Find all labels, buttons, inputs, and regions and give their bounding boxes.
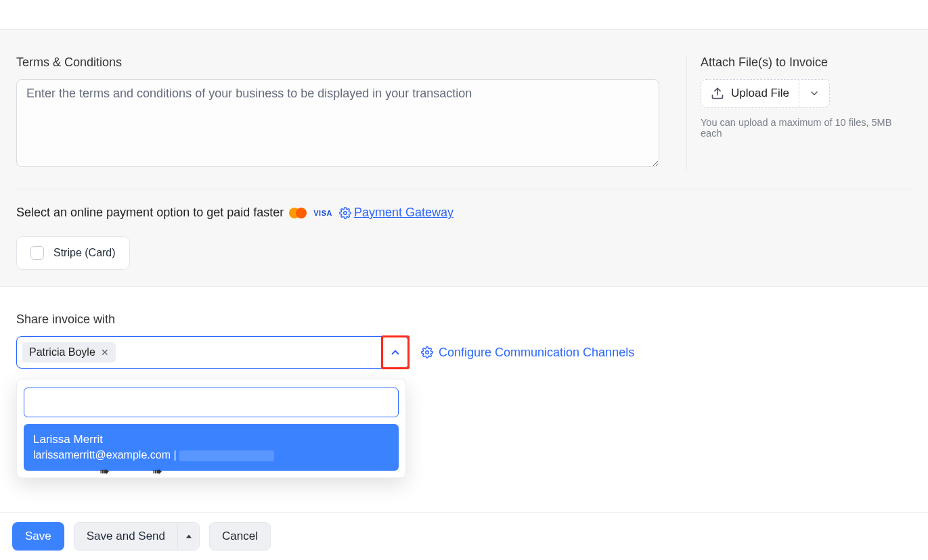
share-dropdown-option[interactable]: Larissa Merrit larissamerritt@example.co… — [24, 424, 399, 471]
section-share: Share invoice with Patricia Boyle ✕ Conf… — [0, 287, 928, 494]
save-and-send-split: Save and Send — [74, 522, 200, 551]
share-chip: Patricia Boyle ✕ — [22, 342, 116, 363]
stripe-checkbox[interactable] — [30, 246, 44, 260]
share-label: Share invoice with — [16, 312, 912, 327]
chip-remove-icon[interactable]: ✕ — [101, 347, 109, 358]
arrow-right-icon: ➠ — [152, 464, 162, 479]
mastercard-icon — [289, 208, 308, 218]
chevron-up-icon — [389, 346, 401, 358]
save-and-send-button[interactable]: Save and Send — [74, 523, 177, 550]
share-dropdown-toggle[interactable] — [381, 335, 410, 369]
upload-more-button[interactable] — [799, 80, 829, 107]
configure-channels-link[interactable]: Configure Communication Channels — [421, 346, 634, 360]
attach-label: Attach File(s) to Invoice — [701, 55, 912, 70]
divider — [16, 189, 912, 189]
section-terms-payment: Terms & Conditions Attach File(s) to Inv… — [0, 30, 928, 287]
cancel-button[interactable]: Cancel — [209, 522, 271, 551]
svg-point-2 — [426, 351, 429, 354]
share-dropdown: Larissa Merrit larissamerritt@example.co… — [16, 379, 406, 478]
configure-channels-label: Configure Communication Channels — [439, 346, 634, 360]
gear-icon — [421, 346, 433, 358]
upload-button-group: Upload File — [701, 79, 830, 108]
share-field: Patricia Boyle ✕ — [16, 336, 409, 369]
upload-icon — [711, 87, 724, 100]
upload-file-label: Upload File — [731, 87, 789, 100]
gear-icon — [339, 207, 351, 219]
payment-prompt-row: Select an online payment option to get p… — [16, 206, 912, 220]
option-redacted — [179, 450, 274, 461]
share-search-input[interactable] — [24, 388, 399, 417]
save-button[interactable]: Save — [12, 522, 64, 551]
terms-textarea[interactable] — [16, 79, 659, 167]
option-email-row: larissamerritt@example.com | — [33, 448, 389, 463]
arrow-right-icon: ➠ — [100, 464, 110, 479]
svg-marker-3 — [186, 535, 192, 538]
payment-gateway-link[interactable]: Payment Gateway — [354, 206, 454, 220]
caret-up-icon — [185, 532, 193, 540]
option-email: larissamerritt@example.com — [33, 449, 171, 461]
option-name: Larissa Merrit — [33, 432, 389, 448]
upload-file-button[interactable]: Upload File — [701, 80, 799, 107]
svg-point-1 — [344, 211, 347, 214]
share-chip-label: Patricia Boyle — [29, 346, 95, 358]
upload-help-text: You can upload a maximum of 10 files, 5M… — [701, 117, 912, 139]
footer-actions: Save Save and Send Cancel — [0, 512, 928, 560]
stripe-label: Stripe (Card) — [53, 247, 116, 259]
payment-option-stripe[interactable]: Stripe (Card) — [16, 236, 130, 270]
top-spacer — [0, 0, 928, 30]
save-and-send-more[interactable] — [177, 523, 199, 550]
terms-label: Terms & Conditions — [16, 55, 659, 70]
chevron-down-icon — [809, 88, 820, 99]
payment-prompt: Select an online payment option to get p… — [16, 206, 284, 220]
share-input[interactable]: Patricia Boyle ✕ — [16, 336, 409, 369]
visa-icon: VISA — [313, 209, 332, 217]
